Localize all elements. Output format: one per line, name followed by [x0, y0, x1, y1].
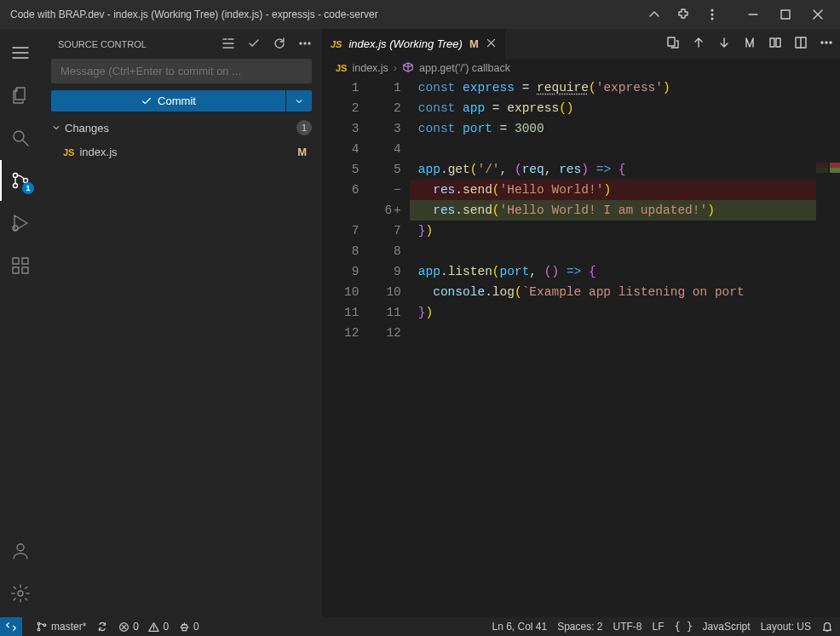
- close-icon[interactable]: [811, 8, 825, 21]
- svg-point-4: [14, 131, 24, 141]
- activity-bar: 1: [0, 29, 41, 617]
- minimize-icon[interactable]: [746, 8, 760, 21]
- svg-rect-20: [776, 38, 780, 47]
- file-status-badge: M: [297, 146, 312, 158]
- svg-point-14: [18, 591, 23, 596]
- breadcrumb-file: index.js: [352, 62, 388, 74]
- debug-icon[interactable]: [0, 203, 41, 244]
- menu-icon[interactable]: [0, 32, 41, 73]
- editor-group: JS index.js (Working Tree) M JS index.js…: [322, 29, 840, 617]
- scm-badge: 1: [22, 182, 34, 194]
- whitespace-icon[interactable]: [743, 36, 757, 53]
- chevron-up-icon[interactable]: [647, 8, 661, 21]
- changes-count-badge: 1: [296, 120, 312, 135]
- svg-point-15: [300, 43, 302, 44]
- arrow-down-icon[interactable]: [717, 36, 731, 53]
- commit-dropdown[interactable]: [286, 90, 312, 112]
- svg-point-16: [304, 43, 306, 44]
- source-control-icon[interactable]: 1: [0, 160, 41, 201]
- changed-file-name: index.js: [79, 146, 117, 158]
- tab-bar: JS index.js (Working Tree) M: [322, 29, 840, 59]
- commit-button-label: Commit: [158, 95, 196, 107]
- more-icon[interactable]: [298, 37, 312, 52]
- minimap[interactable]: [816, 77, 840, 617]
- breadcrumb[interactable]: JS index.js › app.get('/') callback: [322, 59, 840, 77]
- search-icon[interactable]: [0, 117, 41, 158]
- code-body[interactable]: const express = require('express')const …: [410, 77, 840, 617]
- language-indicator[interactable]: { } JavaScript: [675, 621, 751, 633]
- svg-point-17: [308, 43, 310, 44]
- svg-point-1: [711, 14, 713, 15]
- more-actions-icon[interactable]: [820, 36, 833, 53]
- arrow-up-icon[interactable]: [692, 36, 705, 53]
- title-bar: Code with BRAP.dev - index.js (Working T…: [0, 0, 840, 29]
- tab-index-diff[interactable]: JS index.js (Working Tree) M: [322, 29, 506, 59]
- commit-check-icon[interactable]: [247, 37, 261, 52]
- split-editor-icon[interactable]: [794, 36, 808, 53]
- commit-message-input[interactable]: [51, 59, 312, 83]
- svg-rect-9: [13, 258, 19, 264]
- explorer-icon[interactable]: [0, 75, 41, 116]
- extension-puzzle-icon[interactable]: [676, 8, 690, 21]
- window-title: Code with BRAP.dev - index.js (Working T…: [7, 9, 378, 20]
- indent-indicator[interactable]: Spaces: 2: [557, 621, 602, 633]
- svg-point-6: [14, 184, 18, 188]
- js-file-icon: JS: [63, 147, 74, 158]
- svg-rect-11: [22, 267, 28, 273]
- go-to-file-icon[interactable]: [666, 36, 680, 53]
- svg-point-2: [711, 18, 713, 20]
- svg-point-24: [830, 42, 831, 43]
- breadcrumb-separator: ›: [394, 62, 397, 74]
- js-file-icon: JS: [336, 63, 347, 73]
- cursor-position[interactable]: Ln 6, Col 41: [492, 621, 547, 633]
- breadcrumb-symbol: app.get('/') callback: [419, 62, 510, 74]
- ports-indicator[interactable]: 0: [179, 621, 199, 633]
- encoding-indicator[interactable]: UTF-8: [613, 621, 642, 633]
- branch-indicator[interactable]: master*: [36, 621, 86, 633]
- svg-point-0: [711, 9, 713, 11]
- maximize-icon[interactable]: [779, 8, 792, 21]
- remote-indicator[interactable]: [0, 617, 22, 636]
- changes-section-header[interactable]: Changes 1: [51, 118, 312, 137]
- diff-editor[interactable]: 123456789101112 12345−6+789101112 const …: [322, 77, 840, 617]
- notifications-icon[interactable]: [821, 621, 833, 633]
- tab-label: index.js (Working Tree): [348, 37, 462, 50]
- sidebar-title: SOURCE CONTROL: [58, 39, 147, 49]
- status-bar: master* 0 0 0 Ln 6, Col 41 Spaces: 2 UTF…: [0, 617, 840, 636]
- changed-file-row[interactable]: JS index.js M: [51, 144, 312, 160]
- tab-status: M: [469, 37, 479, 50]
- sync-indicator[interactable]: [96, 621, 108, 633]
- svg-rect-3: [781, 10, 790, 19]
- refresh-icon[interactable]: [273, 37, 286, 52]
- commit-button[interactable]: Commit: [51, 90, 285, 112]
- modified-line-gutter: 12345−6+789101112: [367, 77, 409, 617]
- svg-point-22: [821, 42, 823, 43]
- view-tree-icon[interactable]: [222, 37, 235, 52]
- inline-diff-icon[interactable]: [768, 36, 782, 53]
- svg-rect-12: [22, 258, 28, 264]
- original-line-gutter: 123456789101112: [327, 77, 367, 617]
- problems-indicator[interactable]: 0 0: [118, 621, 169, 633]
- changes-label: Changes: [65, 122, 109, 135]
- svg-rect-10: [13, 267, 19, 273]
- kebab-menu-icon[interactable]: [705, 8, 719, 21]
- settings-gear-icon[interactable]: [0, 573, 41, 614]
- js-file-icon: JS: [331, 39, 342, 49]
- svg-point-13: [17, 544, 24, 551]
- svg-point-23: [826, 42, 827, 43]
- layout-indicator[interactable]: Layout: US: [761, 621, 811, 633]
- tab-close-icon[interactable]: [486, 37, 497, 51]
- extensions-icon[interactable]: [0, 245, 41, 286]
- method-icon: [402, 61, 414, 76]
- svg-rect-19: [770, 38, 774, 47]
- eol-indicator[interactable]: LF: [653, 621, 665, 633]
- svg-rect-18: [668, 37, 675, 46]
- source-control-sidebar: SOURCE CONTROL Commit Changes: [41, 29, 322, 617]
- account-icon[interactable]: [0, 530, 41, 571]
- chevron-down-icon: [51, 123, 61, 133]
